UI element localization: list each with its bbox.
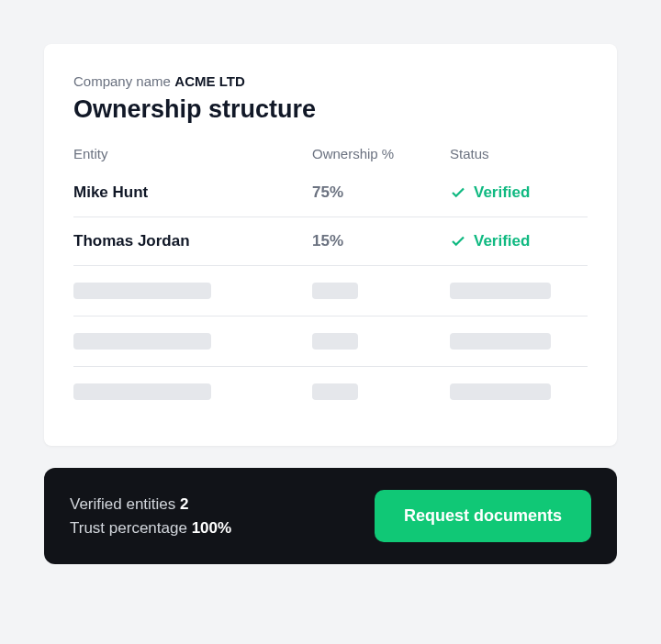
skeleton-status [450, 333, 551, 350]
request-documents-button[interactable]: Request documents [375, 490, 591, 542]
skeleton-status [450, 383, 551, 400]
trust-label: Trust percentage [70, 519, 187, 537]
company-name: ACME LTD [174, 73, 244, 89]
status-label: Verified [474, 232, 530, 250]
entity-name: Mike Hunt [73, 183, 312, 202]
footer-bar: Verified entities 2 Trust percentage 100… [44, 468, 617, 564]
skeleton-ownership [312, 333, 358, 350]
skeleton-entity [73, 383, 211, 400]
ownership-card: Company name ACME LTD Ownership structur… [44, 44, 617, 446]
company-label: Company name [73, 73, 171, 89]
main-container: Company name ACME LTD Ownership structur… [22, 22, 639, 622]
skeleton-row [73, 316, 588, 367]
entity-name: Thomas Jordan [73, 232, 312, 250]
trust-percentage-stat: Trust percentage 100% [70, 519, 231, 538]
check-icon [450, 184, 466, 201]
skeleton-ownership [312, 383, 358, 400]
table-row: Thomas Jordan 15% Verified [73, 217, 588, 266]
verified-entities-stat: Verified entities 2 [70, 495, 231, 514]
ownership-value: 15% [312, 232, 450, 250]
footer-stats: Verified entities 2 Trust percentage 100… [70, 495, 231, 538]
ownership-table: Entity Ownership % Status Mike Hunt 75% … [73, 146, 588, 416]
header-entity: Entity [73, 146, 312, 161]
status-label: Verified [474, 183, 530, 202]
header-status: Status [450, 146, 588, 161]
page-title: Ownership structure [73, 95, 588, 124]
skeleton-status [450, 283, 551, 299]
status-badge: Verified [450, 183, 588, 202]
ownership-value: 75% [312, 183, 450, 202]
skeleton-entity [73, 333, 211, 350]
check-icon [450, 233, 466, 250]
company-row: Company name ACME LTD [73, 73, 588, 90]
table-row: Mike Hunt 75% Verified [73, 169, 588, 217]
skeleton-row [73, 266, 588, 316]
trust-value: 100% [192, 519, 231, 537]
status-badge: Verified [450, 232, 588, 250]
verified-count: 2 [180, 495, 188, 513]
header-ownership: Ownership % [312, 146, 450, 161]
skeleton-entity [73, 283, 211, 299]
skeleton-ownership [312, 283, 358, 299]
table-header: Entity Ownership % Status [73, 146, 588, 169]
verified-label: Verified entities [70, 495, 175, 513]
skeleton-row [73, 367, 588, 416]
